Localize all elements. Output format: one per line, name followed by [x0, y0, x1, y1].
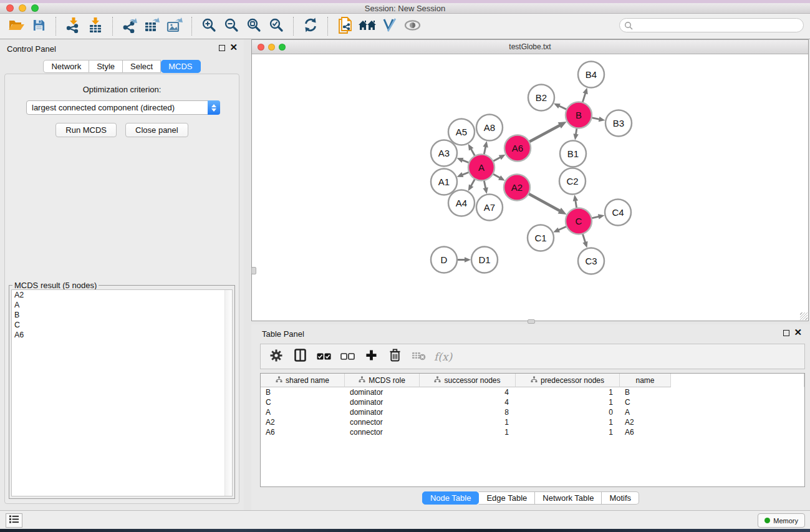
- open-session-button[interactable]: [5, 16, 27, 37]
- run-mcds-button[interactable]: Run MCDS: [55, 123, 117, 137]
- network-canvas[interactable]: B4B2BB3A5A8A6A3B1AA1C2A2A4A7CC4C1C3DD1: [252, 54, 808, 321]
- zoom-fit-button[interactable]: [243, 16, 265, 37]
- import-network-icon: [65, 17, 80, 36]
- edge-A-A6[interactable]: [493, 158, 500, 162]
- table-panel-title: Table Panel: [262, 329, 304, 339]
- search-input[interactable]: [619, 18, 804, 32]
- table-cell: connector: [345, 428, 420, 437]
- column-header-shared-name[interactable]: shared name: [261, 374, 345, 387]
- edge-A-A3[interactable]: [463, 160, 470, 163]
- zoom-selected-button[interactable]: [265, 16, 287, 37]
- edge-B-B1[interactable]: [576, 128, 577, 134]
- network-file-button[interactable]: [334, 16, 356, 37]
- edge-B-B3[interactable]: [592, 118, 599, 119]
- float-panel-icon[interactable]: [219, 45, 225, 51]
- tab-motifs[interactable]: Motifs: [602, 491, 639, 505]
- tab-style[interactable]: Style: [89, 60, 123, 73]
- close-panel-icon[interactable]: ✕: [794, 327, 802, 338]
- tab-select[interactable]: Select: [123, 60, 161, 73]
- show-columns-button[interactable]: [289, 347, 311, 367]
- edge-A6-B[interactable]: [529, 125, 559, 142]
- tab-node-table[interactable]: Node Table: [422, 491, 480, 505]
- column-header-successor-nodes[interactable]: successor nodes: [420, 374, 516, 387]
- result-item[interactable]: B: [12, 310, 232, 320]
- delete-table-button[interactable]: [408, 347, 429, 367]
- edge-A-A8[interactable]: [484, 147, 485, 155]
- edge-A-A4[interactable]: [471, 179, 475, 186]
- result-item[interactable]: A2: [12, 290, 232, 300]
- mcds-result-group: MCDS result (5 nodes) A2ABCA6: [9, 285, 235, 499]
- float-panel-icon[interactable]: [783, 330, 789, 336]
- function-builder-button[interactable]: f(x): [434, 351, 452, 363]
- close-window-button[interactable]: [6, 4, 14, 12]
- export-image-button[interactable]: [163, 16, 186, 37]
- network-graph[interactable]: B4B2BB3A5A8A6A3B1AA1C2A2A4A7CC4C1C3DD1: [252, 54, 808, 321]
- edge-C-C3[interactable]: [582, 234, 585, 242]
- export-table-button[interactable]: [141, 16, 163, 37]
- table-row[interactable]: A2connector11A2: [261, 417, 804, 427]
- result-item[interactable]: A: [12, 300, 232, 310]
- select-all-columns-button[interactable]: [313, 347, 334, 367]
- desktop-background-strip: [0, 529, 810, 532]
- table-cell: dominator: [345, 398, 420, 407]
- tab-mcds[interactable]: MCDS: [161, 60, 200, 73]
- refresh-network-button[interactable]: [299, 16, 322, 37]
- minimize-window-button[interactable]: [19, 4, 26, 12]
- import-table-button[interactable]: [84, 16, 107, 37]
- edge-B-B2[interactable]: [559, 106, 567, 110]
- column-header-mcds-role[interactable]: MCDS role: [345, 374, 420, 387]
- unselect-all-columns-button[interactable]: [337, 347, 358, 367]
- zoom-in-button[interactable]: [198, 16, 220, 37]
- export-network-button[interactable]: [118, 16, 141, 37]
- memory-button[interactable]: Memory: [758, 513, 805, 528]
- zoom-window-button[interactable]: [31, 4, 39, 12]
- network-minimize-button[interactable]: [268, 44, 275, 51]
- table-row[interactable]: Cdominator41C: [261, 397, 804, 407]
- mcds-result-list[interactable]: A2ABCA6: [11, 289, 233, 496]
- window-controls: [6, 4, 39, 12]
- resize-grip-icon[interactable]: [800, 312, 808, 320]
- delete-columns-button[interactable]: [384, 347, 405, 367]
- edge-C-C1[interactable]: [559, 226, 567, 230]
- import-network-button[interactable]: [62, 16, 84, 37]
- save-session-button[interactable]: [27, 16, 50, 37]
- result-item[interactable]: C: [12, 320, 232, 330]
- edge-C-C4[interactable]: [591, 216, 598, 218]
- edge-C-C2[interactable]: [576, 201, 577, 208]
- split-handle[interactable]: [528, 319, 535, 324]
- create-column-button[interactable]: [360, 347, 382, 367]
- network-zoom-button[interactable]: [279, 44, 286, 51]
- split-handle[interactable]: [251, 267, 256, 274]
- tab-network[interactable]: Network: [43, 60, 89, 73]
- table-cell: B: [261, 388, 345, 397]
- edge-A-A5[interactable]: [471, 149, 475, 156]
- network-window-titlebar: testGlobe.txt: [252, 40, 808, 54]
- edge-A-A2[interactable]: [493, 174, 499, 178]
- node-table[interactable]: shared nameMCDS rolesuccessor nodesprede…: [260, 373, 805, 487]
- close-panel-icon[interactable]: ✕: [229, 42, 238, 53]
- task-history-button[interactable]: [6, 513, 22, 528]
- column-header-name[interactable]: name: [620, 374, 671, 387]
- table-row[interactable]: Adominator80A: [261, 407, 804, 417]
- table-row[interactable]: Bdominator41B: [261, 387, 804, 397]
- column-header-predecessor-nodes[interactable]: predecessor nodes: [516, 374, 620, 387]
- result-list-scrollbar[interactable]: [224, 290, 232, 496]
- network-close-button[interactable]: [258, 44, 264, 51]
- birds-eye-view-button[interactable]: [401, 16, 423, 37]
- result-item[interactable]: A6: [12, 330, 232, 340]
- graphics-details-button[interactable]: [378, 16, 401, 37]
- edge-B-B4[interactable]: [582, 94, 585, 102]
- table-settings-button[interactable]: [266, 347, 287, 367]
- hierarchy-sort-icon: [434, 376, 441, 385]
- optimization-criterion-select[interactable]: largest connected component (directed): [26, 100, 220, 115]
- edge-A-A7[interactable]: [484, 180, 485, 188]
- tab-network-table[interactable]: Network Table: [535, 491, 602, 505]
- tab-edge-table[interactable]: Edge Table: [479, 491, 535, 505]
- home-button[interactable]: [356, 16, 378, 37]
- edge-A-A1[interactable]: [463, 172, 470, 175]
- edge-A2-C[interactable]: [528, 194, 559, 211]
- table-cell: C: [620, 398, 671, 407]
- close-panel-button[interactable]: Close panel: [125, 123, 188, 137]
- table-row[interactable]: A6connector11A6: [261, 427, 804, 437]
- zoom-out-button[interactable]: [220, 16, 243, 37]
